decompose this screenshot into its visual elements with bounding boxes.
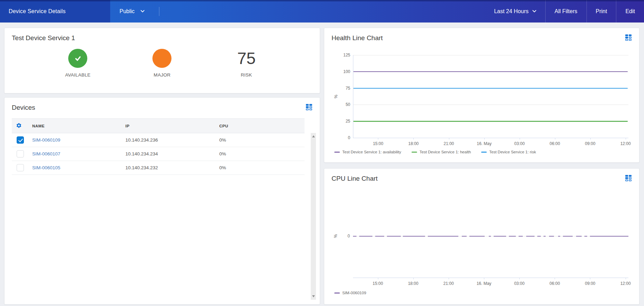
device-name-link[interactable]: SIM-0060107 bbox=[32, 151, 60, 156]
time-range-dropdown[interactable]: Last 24 Hours bbox=[485, 0, 545, 22]
dashboard-body: Test Device Service 1 AVAILABLE MAJOR 75… bbox=[0, 22, 644, 305]
column-header-cpu[interactable]: CPU bbox=[219, 119, 305, 133]
y-axis-tick-label: 125 bbox=[343, 53, 350, 57]
x-axis-tick bbox=[378, 278, 378, 279]
chart-title: Health Line Chart bbox=[332, 34, 383, 42]
x-axis-tick-label: 16. May bbox=[477, 281, 492, 286]
chart-title: CPU Line Chart bbox=[332, 175, 378, 182]
y-axis-tick-label: 0 bbox=[347, 234, 350, 238]
x-axis-tick bbox=[484, 138, 485, 140]
risk-status: 75 RISK bbox=[204, 49, 289, 78]
x-axis-tick bbox=[626, 278, 626, 279]
x-axis-tick bbox=[413, 138, 414, 140]
device-name-link[interactable]: SIM-0060105 bbox=[32, 165, 60, 170]
x-axis-tick bbox=[449, 278, 449, 279]
x-axis-tick-label: 06:00 bbox=[550, 141, 560, 146]
x-axis-tick bbox=[590, 138, 591, 140]
x-axis-tick bbox=[590, 278, 590, 279]
x-axis-tick bbox=[555, 138, 555, 140]
x-axis-tick-label: 03:00 bbox=[514, 281, 524, 286]
devices-title: Devices bbox=[12, 104, 35, 111]
legend-label: Test Device Service 1: risk bbox=[489, 150, 536, 154]
series-line bbox=[353, 71, 628, 72]
row-checkbox[interactable] bbox=[17, 150, 24, 158]
x-axis-tick-label: 21:00 bbox=[444, 141, 454, 146]
series-line-dashed bbox=[353, 193, 628, 278]
device-ip: 10.140.234.234 bbox=[125, 151, 158, 156]
legend-swatch-icon bbox=[334, 152, 340, 153]
device-row: SIM-0060107 10.140.234.234 0% bbox=[12, 147, 305, 161]
legend-item[interactable]: Test Device Service 1: health bbox=[412, 150, 471, 154]
cpu-chart-plot-area: 0%15:0018:0021:0016. May03:0006:0009:001… bbox=[353, 193, 628, 278]
column-header-name[interactable]: NAME bbox=[32, 119, 125, 133]
device-ip: 10.140.234.236 bbox=[125, 137, 158, 143]
grid-view-icon[interactable] bbox=[305, 103, 313, 111]
health-chart-legend: Test Device Service 1: availabilityTest … bbox=[334, 150, 536, 154]
cpu-line-chart-card: CPU Line Chart 0%15:0018:0021:0016. May0… bbox=[324, 168, 639, 305]
risk-label: RISK bbox=[241, 72, 252, 78]
legend-swatch-icon bbox=[481, 152, 487, 153]
y-axis-tick-label: 0 bbox=[348, 135, 350, 140]
legend-item[interactable]: Test Device Service 1: risk bbox=[481, 150, 536, 154]
scroll-down-icon[interactable] bbox=[312, 295, 315, 297]
page-title-block: Device Service Details bbox=[0, 0, 110, 22]
x-axis-tick-label: 15:00 bbox=[373, 141, 383, 146]
devices-card: Devices bbox=[4, 97, 320, 305]
device-cpu: 0% bbox=[219, 137, 226, 143]
health-line-chart-card: Health Line Chart 0255075100125%15:0018:… bbox=[324, 28, 639, 163]
legend-item[interactable]: SIM-0060109 bbox=[334, 291, 366, 295]
device-row: SIM-0060105 10.140.234.232 0% bbox=[12, 161, 305, 175]
service-status-card: Test Device Service 1 AVAILABLE MAJOR 75… bbox=[4, 28, 320, 93]
grid-view-icon[interactable] bbox=[625, 174, 632, 182]
x-axis-tick bbox=[520, 138, 520, 140]
legend-swatch-icon bbox=[412, 152, 417, 153]
x-axis-tick-label: 03:00 bbox=[514, 141, 525, 146]
series-line bbox=[353, 88, 628, 89]
device-row: SIM-0060109 10.140.234.236 0% bbox=[12, 133, 305, 147]
left-column: Test Device Service 1 AVAILABLE MAJOR 75… bbox=[4, 28, 320, 305]
visibility-dropdown[interactable]: Public bbox=[120, 0, 144, 22]
device-ip: 10.140.234.232 bbox=[125, 165, 158, 170]
service-title: Test Device Service 1 bbox=[12, 34, 75, 42]
devices-scrollbar[interactable] bbox=[311, 133, 316, 300]
chevron-down-icon bbox=[532, 10, 536, 12]
x-axis-tick bbox=[378, 138, 378, 140]
health-status: MAJOR bbox=[120, 49, 204, 78]
x-axis-tick bbox=[519, 278, 520, 279]
header-spacer bbox=[159, 0, 485, 22]
legend-item[interactable]: Test Device Service 1: availability bbox=[334, 150, 401, 154]
y-axis-tick-label: 100 bbox=[343, 69, 350, 74]
availability-check-icon bbox=[68, 49, 87, 68]
availability-status: AVAILABLE bbox=[36, 49, 120, 78]
chevron-down-icon bbox=[141, 10, 144, 12]
y-axis-tick-label: 50 bbox=[346, 102, 350, 107]
print-button[interactable]: Print bbox=[587, 0, 616, 22]
row-checkbox[interactable] bbox=[17, 136, 24, 144]
grid-view-icon[interactable] bbox=[625, 34, 632, 41]
x-axis-tick-label: 16. May bbox=[477, 141, 492, 146]
health-label: MAJOR bbox=[154, 72, 171, 78]
series-line bbox=[353, 121, 628, 122]
scroll-up-icon[interactable] bbox=[312, 135, 315, 137]
legend-swatch-icon bbox=[334, 292, 340, 294]
legend-label: Test Device Service 1: health bbox=[420, 150, 471, 154]
x-axis-tick-label: 15:00 bbox=[373, 281, 383, 286]
y-gridline bbox=[353, 55, 628, 55]
all-filters-button[interactable]: All Filters bbox=[546, 0, 586, 22]
right-column: Health Line Chart 0255075100125%15:0018:… bbox=[324, 28, 639, 305]
status-row: AVAILABLE MAJOR 75 RISK bbox=[36, 49, 289, 78]
x-axis-tick bbox=[626, 138, 626, 140]
x-axis-tick-label: 12:00 bbox=[620, 281, 631, 286]
devices-table: NAME IP CPU SIM-0060109 10.140.234.236 0… bbox=[12, 118, 305, 175]
edit-button[interactable]: Edit bbox=[616, 0, 644, 22]
gear-icon[interactable] bbox=[16, 123, 22, 128]
x-axis-tick bbox=[449, 138, 449, 140]
devices-table-header-row: NAME IP CPU bbox=[12, 119, 305, 133]
device-name-link[interactable]: SIM-0060109 bbox=[32, 137, 60, 143]
x-axis-tick-label: 06:00 bbox=[549, 281, 560, 286]
column-header-ip[interactable]: IP bbox=[125, 119, 219, 133]
y-gridline bbox=[353, 105, 628, 105]
x-axis-tick-label: 18:00 bbox=[408, 281, 418, 286]
y-axis-unit-label: % bbox=[334, 234, 338, 238]
row-checkbox[interactable] bbox=[17, 164, 24, 171]
